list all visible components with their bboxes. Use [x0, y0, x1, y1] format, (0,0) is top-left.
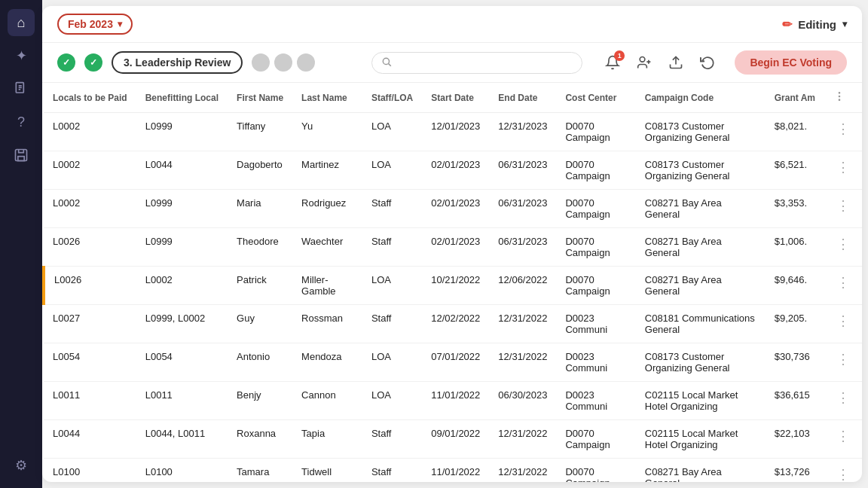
table-cell: Benjy: [228, 382, 292, 420]
table-cell: 11/01/2022: [422, 459, 489, 483]
row-more-button[interactable]: ⋮: [824, 420, 862, 459]
table-cell: L0002: [44, 113, 136, 151]
save-icon[interactable]: [8, 142, 35, 169]
table-cell: Tiffany: [228, 113, 292, 151]
table-row[interactable]: L0002L0044DagobertoMartinezLOA02/01/2023…: [44, 151, 862, 190]
table-row[interactable]: L0011L0011BenjyCannonLOA11/01/202206/30/…: [44, 382, 862, 420]
table-cell: C02115 Local Market Hotel Organizing: [636, 382, 766, 420]
col-campaign-code: Campaign Code: [636, 83, 766, 113]
row-more-button[interactable]: ⋮: [824, 305, 862, 343]
more-icon[interactable]: ⋮: [833, 236, 853, 252]
more-icon[interactable]: ⋮: [833, 121, 853, 136]
table-cell: D0023 Communi: [556, 343, 635, 382]
magic-icon[interactable]: ✦: [8, 42, 35, 69]
table-row[interactable]: L0002L0999TiffanyYuLOA12/01/202312/31/20…: [44, 113, 862, 151]
row-more-button[interactable]: ⋮: [824, 343, 862, 382]
document-icon[interactable]: [8, 75, 35, 102]
table-cell: C08181 Communications General: [636, 305, 766, 343]
table-cell: Martinez: [292, 151, 362, 190]
search-bar[interactable]: [371, 52, 582, 74]
row-more-button[interactable]: ⋮: [824, 459, 862, 483]
pencil-icon: ✏: [782, 17, 792, 32]
add-user-button[interactable]: [632, 50, 656, 75]
more-icon[interactable]: ⋮: [833, 160, 853, 175]
topbar: Feb 2023 ▾ ✏ Editing ▾: [42, 6, 862, 43]
date-label: Feb 2023: [68, 18, 113, 30]
table-cell: Theodore: [228, 228, 292, 267]
more-icon[interactable]: ⋮: [833, 467, 853, 482]
more-icon[interactable]: ⋮: [833, 352, 853, 367]
table-cell: Roxanna: [228, 420, 292, 459]
row-more-button[interactable]: ⋮: [824, 228, 862, 267]
table-cell: Rodriguez: [292, 190, 362, 228]
row-more-button[interactable]: ⋮: [824, 113, 862, 151]
table-cell: 12/31/2022: [489, 305, 556, 343]
notification-badge: 1: [614, 50, 625, 61]
table-row[interactable]: L0026L0002PatrickMiller-GambleLOA10/21/2…: [44, 267, 862, 305]
row-more-button[interactable]: ⋮: [824, 190, 862, 228]
more-icon[interactable]: ⋮: [833, 429, 853, 444]
table-header-row: Locals to be Paid Benefitting Local Firs…: [44, 83, 862, 113]
editing-button[interactable]: ✏ Editing ▾: [782, 17, 847, 32]
export-button[interactable]: [664, 50, 688, 75]
table-cell: $9,205.: [766, 305, 824, 343]
more-icon[interactable]: ⋮: [833, 313, 853, 328]
begin-ec-voting-button[interactable]: Begin EC Voting: [735, 50, 847, 75]
more-icon[interactable]: ⋮: [833, 275, 853, 290]
date-selector[interactable]: Feb 2023 ▾: [57, 14, 133, 35]
chevron-down-icon: ▾: [118, 19, 122, 29]
more-icon[interactable]: ⋮: [833, 390, 853, 405]
svg-rect-4: [16, 150, 27, 161]
svg-rect-5: [18, 157, 24, 161]
table-cell: $36,615: [766, 382, 824, 420]
svg-point-6: [384, 58, 390, 64]
col-more: [824, 83, 862, 113]
table-row[interactable]: L0044L0044, L0011RoxannaTapiaStaff09/01/…: [44, 420, 862, 459]
table-cell: L0044: [136, 151, 228, 190]
table-row[interactable]: L0027L0999, L0002GuyRossmanStaff12/02/20…: [44, 305, 862, 343]
row-more-button[interactable]: ⋮: [824, 382, 862, 420]
table-cell: 12/01/2023: [422, 113, 489, 151]
table-cell: L0999: [136, 190, 228, 228]
table-cell: D0070 Campaign: [556, 190, 635, 228]
table-cell: L0054: [136, 343, 228, 382]
table-cell: 12/06/2022: [489, 267, 556, 305]
svg-point-13: [839, 96, 839, 96]
table-cell: Mendoza: [292, 343, 362, 382]
table-cell: L0999: [136, 113, 228, 151]
more-icon[interactable]: ⋮: [833, 198, 853, 213]
col-locals-paid: Locals to be Paid: [44, 83, 136, 113]
table-row[interactable]: L0100L0100TamaraTidwellStaff11/01/202212…: [44, 459, 862, 483]
table-cell: $8,021.: [766, 113, 824, 151]
table-cell: 06/31/2023: [489, 151, 556, 190]
home-icon[interactable]: ⌂: [8, 9, 35, 36]
step-dot-4: [252, 53, 270, 72]
table-cell: Miller-Gamble: [292, 267, 362, 305]
table-row[interactable]: L0054L0054AntonioMendozaLOA07/01/202212/…: [44, 343, 862, 382]
row-more-button[interactable]: ⋮: [824, 151, 862, 190]
history-button[interactable]: [695, 50, 720, 75]
settings-icon[interactable]: ⚙: [8, 452, 35, 479]
notifications-button[interactable]: 1: [601, 50, 625, 75]
search-input[interactable]: [398, 56, 573, 69]
table-row[interactable]: L0002L0999MariaRodriguezStaff02/01/20230…: [44, 190, 862, 228]
step-active-label[interactable]: 3. Leadership Review: [112, 51, 243, 74]
table-cell: L0054: [44, 343, 136, 382]
table-cell: L0002: [44, 190, 136, 228]
svg-line-7: [389, 63, 391, 66]
main-panel: Feb 2023 ▾ ✏ Editing ▾ ✓ ✓ 3. Leadership…: [42, 6, 862, 482]
col-cost-center: Cost Center: [556, 83, 635, 113]
table-cell: 02/01/2023: [422, 151, 489, 190]
table-cell: D0070 Campaign: [556, 420, 635, 459]
table-cell: D0070 Campaign: [556, 267, 635, 305]
table-cell: C08173 Customer Organizing General: [636, 113, 766, 151]
table-cell: 10/21/2022: [422, 267, 489, 305]
table-cell: L0026: [44, 228, 136, 267]
col-benefitting: Benefitting Local: [136, 83, 228, 113]
table-cell: Yu: [292, 113, 362, 151]
table-row[interactable]: L0026L0999TheodoreWaechterStaff02/01/202…: [44, 228, 862, 267]
svg-point-8: [640, 57, 646, 63]
table-cell: L0011: [136, 382, 228, 420]
question-icon[interactable]: ?: [8, 108, 35, 136]
row-more-button[interactable]: ⋮: [824, 267, 862, 305]
